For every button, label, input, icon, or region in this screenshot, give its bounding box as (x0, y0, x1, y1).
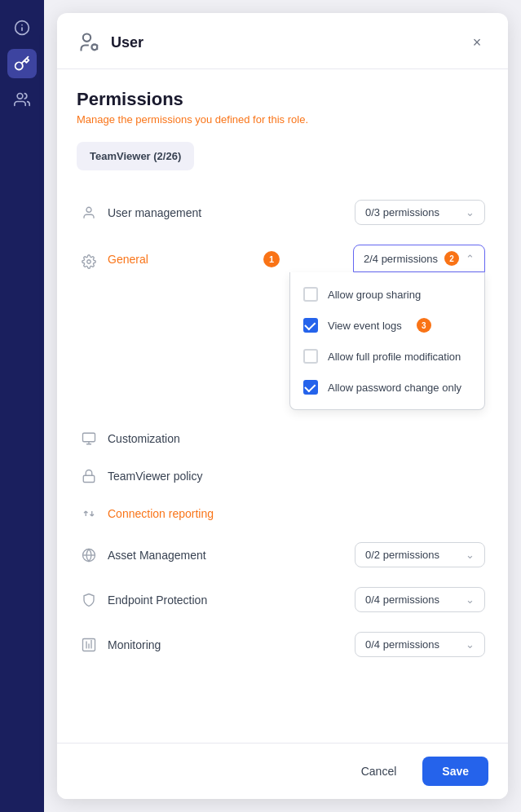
endpoint-protection-dropdown-label: 0/4 permissions (365, 594, 439, 606)
user-management-label: User management (108, 206, 345, 219)
general-badge-2: 2 (444, 251, 459, 266)
user-management-dropdown[interactable]: 0/3 permissions ⌄ (355, 200, 485, 225)
customization-label: Customization (108, 432, 485, 445)
modal-header: User × (57, 13, 508, 69)
endpoint-protection-dropdown[interactable]: 0/4 permissions ⌄ (355, 587, 485, 612)
svg-rect-8 (83, 433, 95, 442)
permission-row-connection-reporting: Connection reporting (77, 495, 488, 532)
chevron-down-icon: ⌄ (466, 206, 475, 218)
general-dropdown-panel: Allow group sharing View event logs 3 (289, 272, 485, 410)
permission-row-tv-policy: TeamViewer policy (77, 457, 488, 495)
sidebar-icon-users[interactable] (7, 85, 37, 114)
main-content: User × Permissions Manage the permission… (44, 0, 521, 812)
general-label: General (108, 253, 258, 266)
svg-point-3 (17, 94, 23, 99)
dropdown-item-view-event-logs[interactable]: View event logs 3 (290, 310, 484, 341)
sidebar (0, 0, 44, 812)
sidebar-icon-key[interactable] (7, 49, 37, 78)
asset-management-dropdown[interactable]: 0/2 permissions ⌄ (355, 542, 485, 567)
user-settings-icon (77, 29, 103, 55)
general-icon (80, 253, 98, 271)
asset-management-dropdown-label: 0/2 permissions (365, 549, 439, 561)
chevron-down-icon: ⌄ (466, 638, 475, 651)
allow-password-change-label: Allow password change only (328, 382, 461, 394)
monitoring-label: Monitoring (108, 638, 345, 651)
section-title: Permissions (77, 89, 488, 110)
section-subtitle: Manage the permissions you defined for t… (77, 113, 488, 126)
svg-point-6 (86, 207, 91, 212)
teamviewer-tab[interactable]: TeamViewer (2/26) (77, 142, 194, 170)
modal-title: User (111, 34, 457, 51)
monitoring-dropdown[interactable]: 0/4 permissions ⌄ (355, 632, 485, 657)
asset-management-label: Asset Management (108, 549, 345, 562)
dropdown-item-allow-password-change[interactable]: Allow password change only (290, 372, 484, 403)
modal-body: Permissions Manage the permissions you d… (57, 69, 508, 743)
monitoring-dropdown-label: 0/4 permissions (365, 638, 439, 651)
connection-reporting-icon (80, 505, 98, 523)
outer-container: User × Permissions Manage the permission… (0, 0, 521, 812)
permission-row-monitoring: Monitoring 0/4 permissions ⌄ (77, 622, 488, 667)
allow-full-profile-label: Allow full profile modification (328, 351, 461, 363)
customization-icon (80, 430, 98, 448)
chevron-up-icon: ⌃ (466, 253, 475, 265)
asset-management-icon (80, 546, 98, 564)
connection-reporting-label: Connection reporting (108, 507, 485, 520)
permission-row-asset-management: Asset Management 0/2 permissions ⌄ (77, 532, 488, 577)
general-dropdown[interactable]: 2/4 permissions 2 ⌃ (353, 245, 485, 272)
general-badge-1: 1 (263, 251, 280, 267)
dropdown-item-allow-full-profile[interactable]: Allow full profile modification (290, 341, 484, 372)
view-event-logs-label: View event logs (328, 320, 402, 332)
permission-row-user-management: User management 0/3 permissions ⌄ (77, 190, 488, 235)
endpoint-protection-icon (80, 591, 98, 609)
svg-point-7 (87, 260, 91, 264)
user-management-icon (80, 204, 98, 222)
svg-rect-9 (83, 475, 95, 482)
allow-group-sharing-label: Allow group sharing (328, 289, 421, 301)
modal-dialog: User × Permissions Manage the permission… (57, 13, 508, 799)
endpoint-protection-label: Endpoint Protection (108, 594, 345, 607)
permission-row-endpoint-protection: Endpoint Protection 0/4 permissions ⌄ (77, 577, 488, 622)
view-event-logs-badge: 3 (417, 318, 431, 333)
cancel-button[interactable]: Cancel (345, 757, 413, 786)
modal-footer: Cancel Save (57, 743, 508, 799)
checkbox-allow-password-change[interactable] (303, 380, 318, 395)
sidebar-icon-info[interactable] (7, 13, 37, 42)
general-dropdown-label: 2/4 permissions (364, 253, 438, 265)
checkbox-allow-group-sharing[interactable] (303, 287, 318, 302)
permission-row-general: General 1 2/4 permissions 2 ⌃ (77, 235, 488, 420)
save-button[interactable]: Save (422, 757, 488, 786)
checkbox-view-event-logs[interactable] (303, 318, 318, 333)
tv-policy-icon (80, 467, 98, 485)
svg-point-4 (83, 34, 91, 42)
checkbox-allow-full-profile[interactable] (303, 349, 318, 364)
user-management-dropdown-label: 0/3 permissions (365, 206, 439, 218)
dropdown-item-allow-group-sharing[interactable]: Allow group sharing (290, 279, 484, 310)
permission-row-customization: Customization (77, 420, 488, 457)
chevron-down-icon: ⌄ (466, 594, 475, 606)
general-dropdown-wrapper: 2/4 permissions 2 ⌃ Allow group sharing (289, 245, 485, 410)
monitoring-icon (80, 636, 98, 654)
modal-close-button[interactable]: × (466, 31, 488, 54)
tv-policy-label: TeamViewer policy (108, 470, 485, 483)
chevron-down-icon: ⌄ (466, 549, 475, 561)
